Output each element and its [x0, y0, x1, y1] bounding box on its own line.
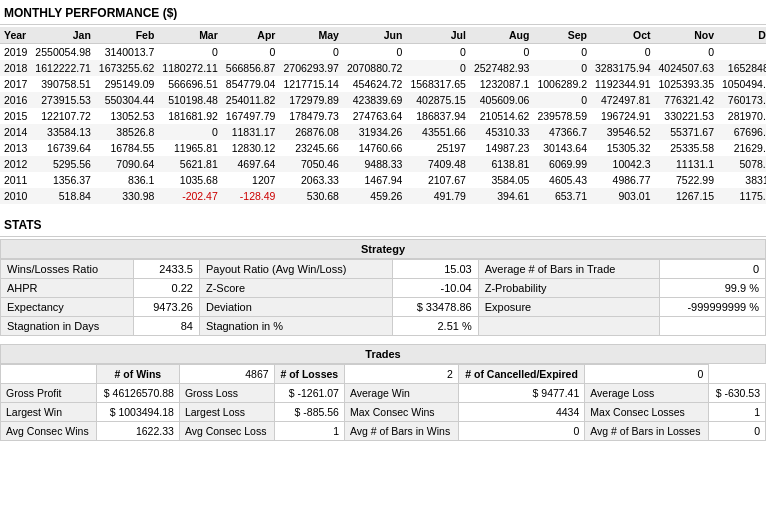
month-cell: 2070880.72 — [343, 60, 406, 76]
avg-consec-wins-value: 1622.33 — [96, 422, 179, 441]
monthly-row: 2017390758.51295149.09566696.51854779.04… — [0, 76, 766, 92]
month-cell: 4986.77 — [591, 172, 654, 188]
gross-profit-value: $ 46126570.88 — [96, 384, 179, 403]
stat-value: 99.9 % — [659, 279, 765, 298]
avg-bars-losses-label: Avg # of Bars in Losses — [585, 422, 709, 441]
gross-profit-label: Gross Profit — [1, 384, 97, 403]
year-cell: 2011 — [0, 172, 31, 188]
month-cell: 0 — [279, 44, 342, 61]
month-cell: 423839.69 — [343, 92, 406, 108]
month-cell: 45310.33 — [470, 124, 533, 140]
cancelled-value: 0 — [585, 365, 709, 384]
month-cell: 295149.09 — [95, 76, 158, 92]
gross-loss-label: Gross Loss — [179, 384, 274, 403]
month-cell: 67696.43 — [718, 124, 766, 140]
stat-value — [659, 317, 765, 336]
month-cell: 11131.1 — [655, 156, 718, 172]
month-cell: 122107.72 — [31, 108, 94, 124]
month-cell: 43551.66 — [406, 124, 469, 140]
col-nov: Nov — [655, 27, 718, 44]
cancelled-label: # of Cancelled/Expired — [458, 365, 585, 384]
stat-label: Wins/Losses Ratio — [1, 260, 134, 279]
avg-loss-label: Average Loss — [585, 384, 709, 403]
col-sep: Sep — [533, 27, 591, 44]
month-cell: 25335.58 — [655, 140, 718, 156]
month-cell: 1217715.14 — [279, 76, 342, 92]
monthly-row: 20111356.37836.11035.6812072063.331467.9… — [0, 172, 766, 188]
monthly-table: Year Jan Feb Mar Apr May Jun Jul Aug Sep… — [0, 27, 766, 204]
col-jul: Jul — [406, 27, 469, 44]
stat-label: Z-Probability — [478, 279, 659, 298]
month-cell: 55371.67 — [655, 124, 718, 140]
gross-loss-value: $ -1261.07 — [274, 384, 344, 403]
stat-value: -999999999 % — [659, 298, 765, 317]
month-cell: 0 — [343, 44, 406, 61]
year-cell: 2016 — [0, 92, 31, 108]
strategy-label: Strategy — [0, 239, 766, 259]
trades-label: Trades — [0, 344, 766, 364]
month-cell: 1267.15 — [655, 188, 718, 204]
stat-label: Exposure — [478, 298, 659, 317]
month-cell: 854779.04 — [222, 76, 280, 92]
stat-label: Expectancy — [1, 298, 134, 317]
col-may: May — [279, 27, 342, 44]
month-cell: 3140013.7 — [95, 44, 158, 61]
col-mar: Mar — [158, 27, 221, 44]
month-cell: 16739.64 — [31, 140, 94, 156]
month-cell: 7090.64 — [95, 156, 158, 172]
monthly-header-row: Year Jan Feb Mar Apr May Jun Jul Aug Sep… — [0, 27, 766, 44]
month-cell: 518.84 — [31, 188, 94, 204]
month-cell: 459.26 — [343, 188, 406, 204]
month-cell: 178479.73 — [279, 108, 342, 124]
month-cell: 1568317.65 — [406, 76, 469, 92]
stat-value: $ 33478.86 — [393, 298, 479, 317]
month-cell: 0 — [222, 44, 280, 61]
month-cell: 1673255.62 — [95, 60, 158, 76]
month-cell: 903.01 — [591, 188, 654, 204]
month-cell: 394.61 — [470, 188, 533, 204]
month-cell: 4024507.63 — [655, 60, 718, 76]
month-cell: 25197 — [406, 140, 469, 156]
stat-label: Stagnation in % — [199, 317, 392, 336]
avg-win-value: $ 9477.41 — [458, 384, 585, 403]
month-cell: 23245.66 — [279, 140, 342, 156]
monthly-row: 2016273915.53550304.44510198.48254011.82… — [0, 92, 766, 108]
month-cell: 7409.48 — [406, 156, 469, 172]
largest-loss-value: $ -885.56 — [274, 403, 344, 422]
month-cell: 1207 — [222, 172, 280, 188]
month-cell: 1192344.91 — [591, 76, 654, 92]
month-cell: 390758.51 — [31, 76, 94, 92]
month-cell: 273915.53 — [31, 92, 94, 108]
trades-row-1: Gross Profit $ 46126570.88 Gross Loss $ … — [1, 384, 766, 403]
avg-bars-wins-value: 0 — [458, 422, 585, 441]
max-consec-losses-value: 1 — [709, 403, 766, 422]
wins-value: 4867 — [179, 365, 274, 384]
stat-value: 15.03 — [393, 260, 479, 279]
year-cell: 2019 — [0, 44, 31, 61]
month-cell: 0 — [591, 44, 654, 61]
month-cell: 7050.46 — [279, 156, 342, 172]
month-cell: 3283175.94 — [591, 60, 654, 76]
stat-label: Stagnation in Days — [1, 317, 134, 336]
month-cell: 274763.64 — [343, 108, 406, 124]
stat-label: Deviation — [199, 298, 392, 317]
losses-label: # of Losses — [274, 365, 344, 384]
col-oct: Oct — [591, 27, 654, 44]
stat-label — [478, 317, 659, 336]
month-cell: 2107.67 — [406, 172, 469, 188]
month-cell: 0 — [158, 124, 221, 140]
month-cell: 1467.94 — [343, 172, 406, 188]
month-cell: 14987.23 — [470, 140, 533, 156]
month-cell: 330221.53 — [655, 108, 718, 124]
stat-value: 84 — [133, 317, 199, 336]
month-cell: 1175.87 — [718, 188, 766, 204]
strategy-table: Wins/Losses Ratio2433.5Payout Ratio (Avg… — [0, 259, 766, 336]
max-consec-losses-label: Max Consec Losses — [585, 403, 709, 422]
month-cell: 1050494.75 — [718, 76, 766, 92]
trades-table: # of Wins 4867 # of Losses 2 # of Cancel… — [0, 364, 766, 441]
month-cell: 13052.53 — [95, 108, 158, 124]
monthly-row: 201316739.6416784.5511965.8112830.122324… — [0, 140, 766, 156]
month-cell: 0 — [533, 92, 591, 108]
month-cell: 2063.33 — [279, 172, 342, 188]
month-cell: 0 — [470, 44, 533, 61]
